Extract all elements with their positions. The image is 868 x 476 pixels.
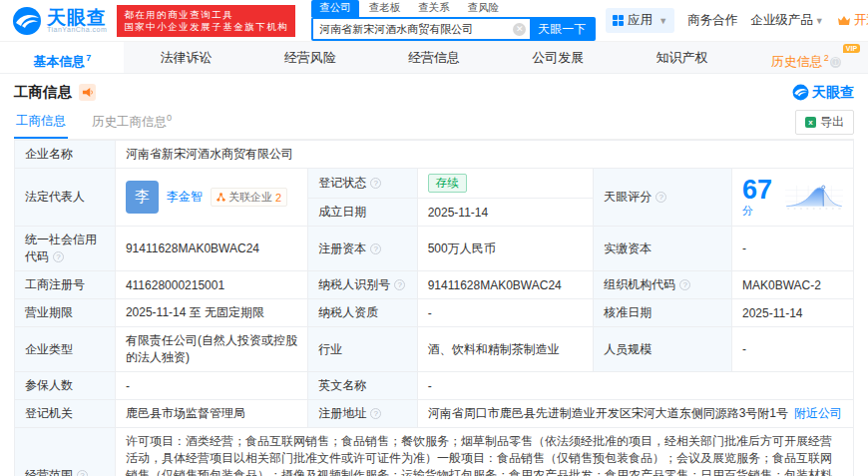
vip-upgrade-menu[interactable]: 开通会员 ▼ xyxy=(837,12,868,29)
promo-line1: 都在用的商业查询工具 xyxy=(124,9,288,21)
watermark-brand-name: 天眼查 xyxy=(812,84,854,102)
watermark-brand: 天眼查 xyxy=(792,84,854,102)
export-button[interactable]: 导出 xyxy=(795,110,854,135)
score-cell[interactable]: 67分 xyxy=(732,169,854,227)
promo-banner: 都在用的商业查询工具 国家中小企业发展子基金旗下机构 xyxy=(117,5,295,37)
tab-operating-info[interactable]: 经营信息 xyxy=(372,42,496,73)
reg-capital-value: 500万人民币 xyxy=(417,227,594,271)
registration-authority-value: 鹿邑县市场监督管理局 xyxy=(115,400,307,428)
legal-rep-cell: 李 李金智 关联企业 2 xyxy=(115,169,307,227)
staff-size-value: - xyxy=(732,327,854,372)
search-button[interactable]: 天眼一下 xyxy=(530,19,594,39)
taxpayer-id-value: 91411628MAK0BWAC24 xyxy=(417,271,594,299)
reg-number-value: 411628000215001 xyxy=(115,271,307,299)
avatar[interactable]: 李 xyxy=(126,181,159,214)
search-input[interactable] xyxy=(313,19,513,39)
industry-label: 行业 xyxy=(308,327,417,372)
status-value: 存续 xyxy=(417,169,594,199)
table-row-business-scope: 经营范围? 许可项目：酒类经营；食品互联网销售；食品销售；餐饮服务；烟草制品零售… xyxy=(15,428,854,476)
chevron-down-icon: ▼ xyxy=(658,16,667,26)
table-row-credit-code: 统一社会信用代码? 91411628MAK0BWAC24 注册资本? 500万人… xyxy=(15,227,854,271)
search-tab-relation[interactable]: 查关系 xyxy=(410,0,458,17)
subtab-history-business-info[interactable]: 历史工商信息0 xyxy=(90,109,174,138)
taxpayer-id-label: 纳税人识别号? xyxy=(308,271,417,299)
search-tabs: 查公司 查老板 查关系 查风险 xyxy=(311,0,596,17)
reg-capital-label: 注册资本? xyxy=(308,227,417,271)
registered-address-value: 河南省周口市鹿邑县先进制造业开发区宋河大道东侧同源路3号附1号附近公司 xyxy=(417,400,853,428)
score-value: 67 xyxy=(742,175,772,205)
megaphone-icon[interactable] xyxy=(79,84,96,101)
help-icon[interactable]: ? xyxy=(370,243,381,254)
related-companies-badge[interactable]: 关联企业 2 xyxy=(211,188,287,207)
help-icon[interactable]: ? xyxy=(394,279,405,290)
related-companies-count: 2 xyxy=(275,192,281,204)
help-icon[interactable]: ? xyxy=(77,470,88,476)
tianyancha-logo-icon xyxy=(12,6,42,36)
tab-operating-risk[interactable]: 经营风险 xyxy=(248,42,372,73)
business-cooperation-link[interactable]: 商务合作 xyxy=(687,12,737,29)
search-tab-risk[interactable]: 查风险 xyxy=(460,0,508,17)
tianyancha-logo[interactable]: 天眼查 TianYanCha.com xyxy=(12,6,107,36)
apps-grid-icon xyxy=(613,15,624,26)
table-row-insured: 参保人数 - 英文名称 - xyxy=(15,372,854,400)
subtabs: 工商信息 历史工商信息0 导出 xyxy=(14,109,854,140)
chevron-down-icon: ▼ xyxy=(815,16,824,26)
search-tab-boss[interactable]: 查老板 xyxy=(361,0,409,17)
business-scope-value: 许可项目：酒类经营；食品互联网销售；食品销售；餐饮服务；烟草制品零售（依法须经批… xyxy=(115,428,853,476)
enterprise-products-menu[interactable]: 企业级产品 ▼ xyxy=(750,12,823,29)
paid-capital-label: 实缴资本 xyxy=(594,227,732,271)
section-header: 工商信息 天眼查 xyxy=(14,83,854,102)
vip-label: 开通会员 xyxy=(854,12,868,29)
tab-intellectual-property[interactable]: 知识产权 xyxy=(620,42,743,73)
main-content: 工商信息 天眼查 工商信息 历史工商信息0 导出 企业名称 xyxy=(0,83,868,476)
tab-history-info-count: 2 xyxy=(824,53,829,63)
nearby-companies-link[interactable]: 附近公司 xyxy=(794,406,842,420)
tab-basic-info[interactable]: 基本信息7 xyxy=(0,42,124,73)
business-term-value: 2025-11-14 至 无固定期限 xyxy=(115,299,307,327)
company-name-label: 企业名称 xyxy=(15,141,116,169)
tab-company-development-label: 公司发展 xyxy=(532,50,584,65)
taxpayer-qualification-value: - xyxy=(417,299,594,327)
apps-menu[interactable]: 应用 ▼ xyxy=(606,8,674,33)
help-icon[interactable]: ? xyxy=(370,408,381,419)
tab-history-info[interactable]: 历史信息2ⓘ VIP xyxy=(744,42,868,73)
logo-text: 天眼查 xyxy=(47,9,107,26)
company-type-label: 企业类型 xyxy=(15,327,116,372)
vip-badge: VIP xyxy=(843,44,860,53)
excel-icon xyxy=(805,117,816,128)
business-cooperation-label: 商务合作 xyxy=(687,12,737,29)
company-name-value: 河南省新宋河酒水商贸有限公司 xyxy=(115,141,853,169)
tab-legal-proceedings[interactable]: 法律诉讼 xyxy=(124,42,247,73)
help-icon[interactable]: ? xyxy=(370,178,381,189)
established-label: 成立日期 xyxy=(308,199,417,227)
status-badge: 存续 xyxy=(428,174,467,193)
status-label: 登记状态? xyxy=(308,169,417,199)
help-icon[interactable]: ? xyxy=(679,279,690,290)
clear-search-icon[interactable]: ✕ xyxy=(513,23,526,36)
subtab-history-count: 0 xyxy=(167,113,172,123)
network-icon xyxy=(217,193,225,202)
crown-icon xyxy=(837,15,851,26)
subtab-business-info[interactable]: 工商信息 xyxy=(14,109,68,139)
insured-count-label: 参保人数 xyxy=(15,372,116,400)
logo-domain: TianYanCha.com xyxy=(47,26,107,33)
legal-rep-name-link[interactable]: 李金智 xyxy=(167,189,203,206)
english-name-label: 英文名称 xyxy=(308,372,417,400)
business-scope-label: 经营范围? xyxy=(15,428,116,476)
established-value: 2025-11-14 xyxy=(417,199,594,227)
tab-company-development[interactable]: 公司发展 xyxy=(496,42,620,73)
table-row-company-name: 企业名称 河南省新宋河酒水商贸有限公司 xyxy=(15,141,854,169)
lock-icon: ⓘ xyxy=(830,57,841,68)
score-unit: 分 xyxy=(742,205,753,217)
table-row-authority: 登记机关 鹿邑县市场监督管理局 注册地址? 河南省周口市鹿邑县先进制造业开发区宋… xyxy=(15,400,854,428)
credit-code-value: 91411628MAK0BWAC24 xyxy=(115,227,307,271)
tab-operating-risk-label: 经营风险 xyxy=(284,50,336,65)
english-name-value: - xyxy=(417,372,853,400)
search-tab-company[interactable]: 查公司 xyxy=(311,0,359,17)
section-title: 工商信息 xyxy=(14,83,72,102)
help-icon[interactable]: ? xyxy=(655,192,666,203)
tab-intellectual-property-label: 知识产权 xyxy=(656,50,708,65)
paid-capital-value: - xyxy=(732,227,854,271)
apps-label: 应用 xyxy=(628,12,652,29)
help-icon[interactable]: ? xyxy=(53,251,64,262)
